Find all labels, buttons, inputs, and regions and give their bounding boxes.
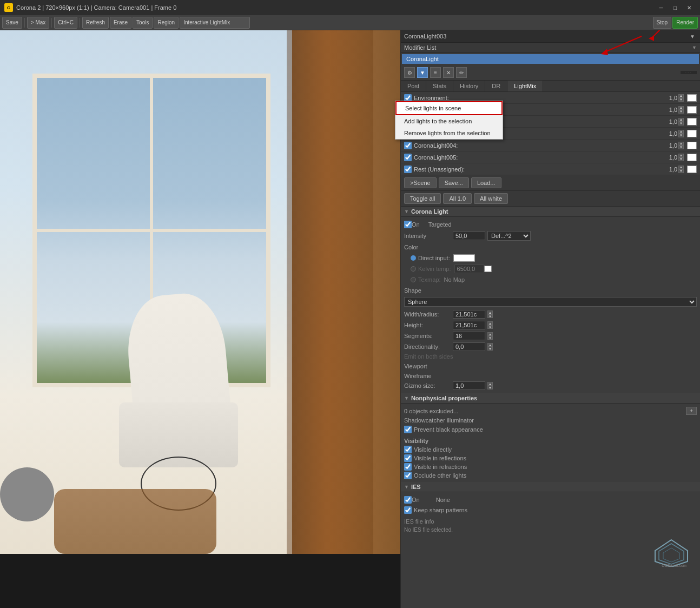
lm-load-button[interactable]: Load... bbox=[471, 177, 501, 188]
ctrlc-button[interactable]: Ctrl+C bbox=[54, 17, 77, 29]
viewport[interactable] bbox=[0, 30, 400, 608]
toggle-all-button[interactable]: Toggle all bbox=[404, 193, 441, 204]
section-content-nonphysical: 0 objects excluded... + Shadowcatcher il… bbox=[401, 404, 700, 482]
radio-kelvin[interactable] bbox=[411, 266, 416, 272]
tab-lightmix[interactable]: LightMix bbox=[507, 81, 543, 91]
context-menu: Select lights in scene Add lights to the… bbox=[395, 101, 503, 140]
check-vis-reflections[interactable] bbox=[404, 454, 412, 462]
lm-check-rest[interactable] bbox=[404, 166, 412, 173]
close-button[interactable]: ✕ bbox=[683, 3, 696, 12]
lm-spinner-light002[interactable]: ▲▼ bbox=[678, 118, 685, 125]
refresh-button[interactable]: Refresh bbox=[82, 17, 109, 29]
check-vis-directly[interactable] bbox=[404, 446, 412, 453]
scene-button[interactable]: >Scene bbox=[404, 177, 437, 188]
modifier-list-label: Modifier List bbox=[404, 44, 436, 51]
all-10-button[interactable]: All 1.0 bbox=[443, 193, 472, 204]
lm-color-light005[interactable] bbox=[687, 154, 697, 161]
label-emit-both: Emit on both sides bbox=[404, 353, 453, 360]
check-ies-sharp[interactable] bbox=[404, 506, 412, 514]
all-white-button[interactable]: All white bbox=[474, 193, 508, 204]
section-header-nonphysical[interactable]: ▼ Nonphysical properties bbox=[401, 393, 700, 404]
spinner-directionality[interactable]: ▲▼ bbox=[487, 343, 494, 351]
lm-color-environment[interactable] bbox=[687, 94, 697, 102]
minimize-button[interactable]: ─ bbox=[655, 3, 668, 12]
svg-line-0 bbox=[651, 30, 673, 38]
tools-button[interactable]: Tools bbox=[133, 17, 153, 29]
max-button[interactable]: > Max bbox=[27, 17, 50, 29]
modifier-item-coronalight[interactable]: CoronaLight bbox=[402, 54, 699, 64]
lm-spinner-light001[interactable]: ▲▼ bbox=[678, 106, 685, 114]
input-segments[interactable] bbox=[453, 332, 485, 340]
panel-drag-handle[interactable] bbox=[681, 71, 697, 74]
lm-check-light004[interactable] bbox=[404, 142, 412, 149]
tab-post[interactable]: Post bbox=[401, 81, 426, 91]
select-shape[interactable]: Sphere bbox=[404, 297, 697, 307]
label-targeted: Targeted bbox=[428, 221, 452, 228]
lm-spinner-environment[interactable]: ▲▼ bbox=[678, 94, 685, 102]
check-vis-refractions[interactable] bbox=[404, 463, 412, 471]
panel-icon-clipboard[interactable]: ≡ bbox=[430, 67, 441, 78]
render-button[interactable]: Render bbox=[672, 17, 698, 29]
spinner-gizmo[interactable]: ▲▼ bbox=[487, 382, 494, 389]
spinner-height[interactable]: ▲▼ bbox=[487, 321, 494, 329]
ctx-remove-lights[interactable]: Remove lights from the selection bbox=[395, 127, 503, 139]
label-texmap: Texmap: bbox=[418, 276, 441, 283]
lm-color-rest[interactable] bbox=[687, 166, 697, 173]
panel-icon-settings[interactable]: ⚙ bbox=[404, 67, 415, 78]
lightmix-toggle-buttons: Toggle all All 1.0 All white bbox=[401, 191, 700, 207]
color-swatch-kelvin[interactable] bbox=[484, 266, 492, 272]
lm-spinner-light004[interactable]: ▲▼ bbox=[678, 142, 685, 149]
add-excluded-button[interactable]: + bbox=[686, 407, 697, 415]
check-ies-on[interactable] bbox=[404, 496, 412, 504]
input-width[interactable] bbox=[453, 310, 485, 319]
object-arrow-icon[interactable]: ▼ bbox=[688, 32, 697, 41]
input-gizmo[interactable] bbox=[453, 381, 485, 390]
tab-dr[interactable]: DR bbox=[485, 81, 507, 91]
input-height[interactable] bbox=[453, 321, 485, 329]
section-content-coronalight: On Targeted Intensity Def...^2 Color bbox=[401, 217, 700, 393]
radio-direct-input[interactable] bbox=[411, 255, 416, 261]
input-kelvin[interactable] bbox=[454, 265, 484, 273]
input-intensity[interactable] bbox=[453, 232, 485, 240]
lm-save-button[interactable]: Save... bbox=[439, 177, 469, 188]
lm-spinner-light005[interactable]: ▲▼ bbox=[678, 154, 685, 161]
lm-spinner-rest[interactable]: ▲▼ bbox=[678, 166, 685, 173]
color-swatch-direct[interactable] bbox=[453, 254, 475, 262]
input-directionality[interactable] bbox=[453, 342, 485, 351]
title-bar: C Corona 2 | 720×960px (1:1) | Camera: C… bbox=[0, 0, 700, 15]
erase-button[interactable]: Erase bbox=[110, 17, 131, 29]
lm-spinner-light003[interactable]: ▲▼ bbox=[678, 130, 685, 137]
lm-check-light005[interactable] bbox=[404, 154, 412, 161]
prop-directionality: Directionality: ▲▼ bbox=[404, 341, 697, 352]
ctx-select-lights[interactable]: Select lights in scene bbox=[395, 101, 503, 115]
check-prevent-black[interactable] bbox=[404, 426, 412, 433]
check-on[interactable] bbox=[404, 221, 412, 228]
ctx-add-lights[interactable]: Add lights to the selection bbox=[395, 115, 503, 127]
select-intensity-unit[interactable]: Def...^2 bbox=[487, 231, 531, 241]
check-vis-occlude[interactable] bbox=[404, 472, 412, 479]
prop-shadowcatcher: Shadowcatcher illuminator bbox=[404, 416, 697, 425]
radio-texmap[interactable] bbox=[411, 277, 416, 282]
panel-icon-delete[interactable]: ✕ bbox=[443, 67, 454, 78]
lm-color-light003[interactable] bbox=[687, 130, 697, 137]
stop-button[interactable]: Stop bbox=[653, 17, 672, 29]
tab-history[interactable]: History bbox=[453, 81, 485, 91]
ies-no-file: No IES file selected. bbox=[404, 526, 697, 534]
section-header-ies[interactable]: ▼ IES bbox=[401, 482, 700, 492]
interactive-lightmix-button[interactable]: Interactive LightMix bbox=[180, 17, 250, 29]
panel-icon-modify[interactable]: ▼ bbox=[417, 67, 428, 78]
save-button[interactable]: Save bbox=[2, 17, 22, 29]
maximize-button[interactable]: □ bbox=[669, 3, 682, 12]
spinner-segments[interactable]: ▲▼ bbox=[487, 332, 494, 340]
lm-color-light001[interactable] bbox=[687, 106, 697, 114]
lm-color-light004[interactable] bbox=[687, 142, 697, 149]
label-vis-refractions: Visible in refractions bbox=[414, 464, 467, 470]
tab-stats[interactable]: Stats bbox=[426, 81, 453, 91]
label-gizmo: Gizmo size: bbox=[404, 382, 453, 389]
section-header-coronalight[interactable]: ▼ Corona Light bbox=[401, 207, 700, 217]
spinner-width[interactable]: ▲▼ bbox=[487, 310, 494, 318]
panel-icon-edit[interactable]: ✏ bbox=[456, 67, 467, 78]
label-ies-sharp: Keep sharp patterns bbox=[414, 507, 467, 513]
lm-color-light002[interactable] bbox=[687, 118, 697, 125]
region-button[interactable]: Region bbox=[154, 17, 179, 29]
